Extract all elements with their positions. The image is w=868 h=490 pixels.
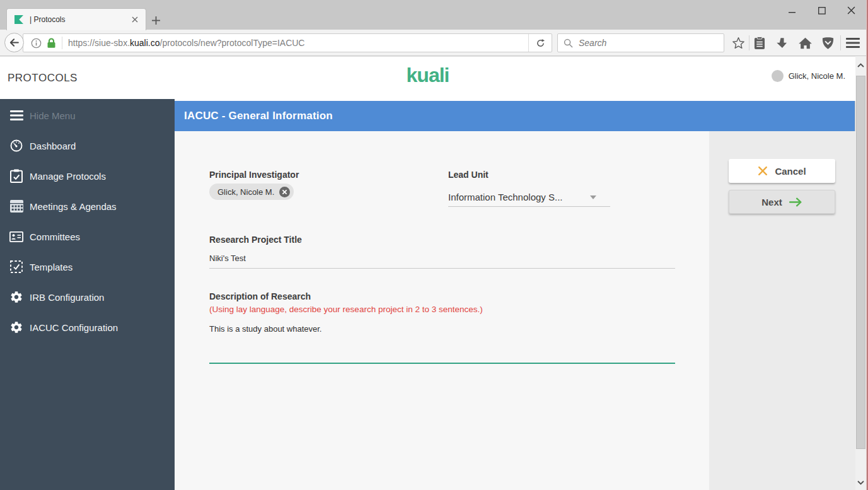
sidebar: Hide Menu Dashboard Manage Protocols: [0, 99, 175, 490]
dashed-checkbox-icon: [9, 259, 24, 274]
scroll-up-button[interactable]: [855, 60, 866, 71]
hamburger-icon: [9, 108, 24, 123]
search-input[interactable]: [577, 37, 719, 49]
clipboard-icon: [754, 37, 765, 50]
maximize-button[interactable]: [813, 3, 831, 18]
user-menu[interactable]: Glick, Nicole M.: [772, 70, 845, 82]
principal-investigator-chip[interactable]: Glick, Nicole M.: [209, 184, 294, 200]
user-name: Glick, Nicole M.: [789, 71, 845, 81]
maximize-icon: [818, 7, 826, 15]
sidebar-item-label: Hide Menu: [30, 110, 76, 121]
project-title-value: Niki's Test: [209, 254, 246, 263]
tab-close-button[interactable]: [129, 14, 141, 25]
next-label: Next: [761, 197, 782, 207]
plus-icon: [152, 16, 160, 25]
sidebar-item-meetings-agendas[interactable]: Meetings & Agendas: [0, 191, 175, 221]
url-text: https://siue-sbx.kuali.co/protocols/new?…: [68, 38, 528, 48]
sidebar-item-manage-protocols[interactable]: Manage Protocols: [0, 161, 175, 191]
close-button[interactable]: [842, 3, 860, 18]
divider: [62, 37, 62, 49]
divider: [840, 35, 841, 50]
search-bar[interactable]: [557, 33, 724, 52]
chevron-down-icon: [590, 195, 596, 199]
pocket-shield-icon: [821, 37, 835, 50]
id-card-icon: [9, 229, 24, 244]
scroll-down-button[interactable]: [855, 477, 866, 488]
action-rail: [709, 131, 855, 490]
lead-unit-value: Information Technology S...: [448, 192, 563, 202]
sidebar-item-label: IRB Configuration: [30, 292, 104, 303]
minimize-icon: [789, 7, 796, 15]
url-prefix: https://siue-sbx.: [68, 38, 130, 48]
hamburger-icon: [846, 38, 860, 48]
clipboard-check-icon: [9, 168, 24, 184]
reload-button[interactable]: [528, 34, 552, 52]
download-arrow-icon: [776, 37, 789, 49]
sidebar-item-label: Templates: [30, 262, 72, 272]
window-controls: [783, 3, 860, 18]
downloads-button[interactable]: [774, 35, 790, 50]
lead-unit-select[interactable]: Information Technology S...: [448, 188, 610, 207]
url-bar[interactable]: https://siue-sbx.kuali.co/protocols/new?…: [23, 33, 552, 52]
browser-window: | Protocols https:: [0, 0, 868, 490]
url-path: /protocols/new?protocolType=IACUC: [160, 38, 305, 48]
home-button[interactable]: [797, 35, 813, 50]
tab-title: | Protocols: [30, 15, 129, 24]
kuali-favicon: [14, 15, 24, 25]
cancel-button[interactable]: Cancel: [729, 159, 835, 183]
sidebar-item-iacuc-configuration[interactable]: IACUC Configuration: [0, 312, 175, 342]
divider: [749, 35, 749, 50]
lead-unit-label: Lead Unit: [448, 170, 489, 180]
sidebar-item-dashboard[interactable]: Dashboard: [0, 131, 175, 161]
chip-remove-button[interactable]: [279, 187, 290, 197]
kuali-logo: kuali: [0, 64, 855, 87]
cancel-label: Cancel: [775, 166, 806, 177]
sidebar-item-committees[interactable]: Committees: [0, 221, 175, 252]
browser-tab[interactable]: | Protocols: [6, 8, 146, 30]
close-icon: [282, 189, 287, 195]
bookmark-star-button[interactable]: [730, 35, 746, 50]
back-button[interactable]: [4, 33, 24, 52]
gear-icon: [9, 289, 24, 305]
sidebar-item-label: Dashboard: [30, 141, 76, 151]
section-title: IACUC - General Information: [184, 110, 333, 122]
sidebar-item-label: Meetings & Agendas: [30, 201, 117, 212]
star-icon: [732, 37, 745, 50]
sidebar-item-templates[interactable]: Templates: [0, 252, 175, 282]
cancel-x-icon: [758, 166, 768, 176]
minimize-button[interactable]: [783, 3, 801, 18]
sidebar-item-label: IACUC Configuration: [30, 322, 118, 333]
reading-list-button[interactable]: [751, 35, 768, 50]
sidebar-item-label: Committees: [30, 231, 80, 242]
info-icon: [31, 38, 42, 49]
close-icon: [132, 16, 138, 23]
new-tab-button[interactable]: [149, 14, 163, 26]
page-scrollbar[interactable]: [855, 56, 866, 490]
app-header: PROTOCOLS kuali Glick, Nicole M.: [0, 56, 855, 101]
sidebar-item-irb-configuration[interactable]: IRB Configuration: [0, 282, 175, 312]
back-arrow-icon: [9, 37, 20, 48]
calendar-icon: [9, 199, 24, 214]
lock-icon: [47, 38, 56, 49]
reload-icon: [536, 38, 545, 48]
home-icon: [799, 37, 812, 49]
section-header: IACUC - General Information: [175, 101, 855, 131]
search-icon: [564, 38, 573, 48]
next-button[interactable]: Next: [729, 190, 835, 214]
project-title-label: Research Project Title: [209, 235, 302, 245]
description-textarea[interactable]: This is a study about whatever.: [209, 321, 675, 364]
gear-icon: [9, 320, 24, 335]
scrollbar-thumb[interactable]: [856, 76, 865, 449]
close-icon: [847, 6, 855, 15]
avatar: [772, 70, 784, 82]
principal-investigator-label: Principal Investigator: [209, 170, 299, 180]
sidebar-item-hide-menu[interactable]: Hide Menu: [0, 100, 175, 131]
project-title-input[interactable]: Niki's Test: [209, 251, 675, 269]
gauge-icon: [9, 138, 24, 153]
next-arrow-icon: [789, 197, 802, 207]
description-label: Description of Research: [209, 291, 311, 301]
chevron-up-icon: [857, 63, 864, 67]
menu-button[interactable]: [845, 35, 861, 50]
pocket-button[interactable]: [819, 35, 836, 50]
browser-toolbar: https://siue-sbx.kuali.co/protocols/new?…: [0, 30, 868, 56]
